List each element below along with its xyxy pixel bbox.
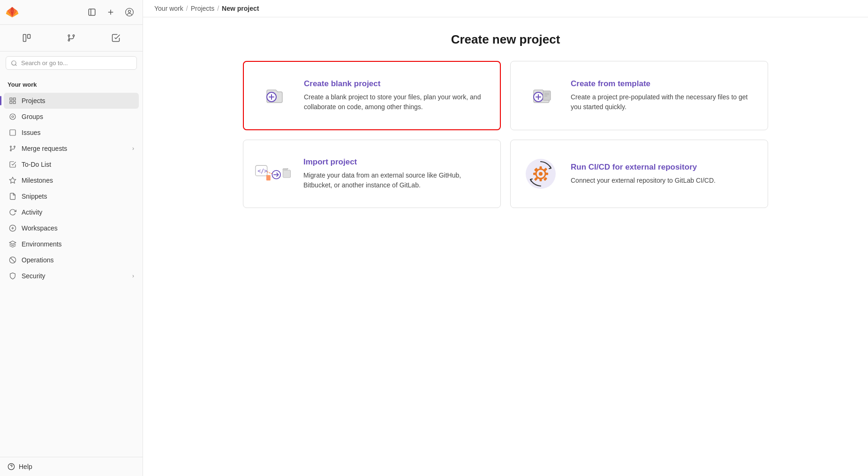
svg-rect-7	[28, 35, 30, 38]
svg-rect-19	[10, 130, 15, 135]
svg-line-46	[267, 172, 272, 174]
sidebar-item-label: Merge requests	[22, 145, 67, 152]
svg-point-30	[8, 463, 14, 469]
sidebar-item-activity[interactable]: Activity	[4, 204, 139, 220]
avatar-button[interactable]	[122, 5, 137, 20]
todo-nav-icon	[8, 160, 17, 169]
sidebar-item-label: Groups	[22, 113, 43, 120]
page-title: Create new project	[243, 32, 768, 47]
sidebar-item-label: Security	[22, 272, 45, 280]
svg-rect-15	[10, 101, 12, 104]
svg-rect-52	[540, 178, 542, 181]
sidebar-item-label: Snippets	[22, 193, 47, 200]
svg-rect-51	[540, 166, 542, 170]
template-title: Create from template	[571, 79, 753, 89]
toggle-sidebar-button[interactable]	[84, 5, 99, 20]
sidebar-item-label: Milestones	[22, 177, 53, 184]
blank-project-title: Create blank project	[304, 79, 485, 89]
svg-rect-47	[266, 175, 271, 181]
svg-point-18	[12, 116, 14, 118]
sidebar-item-todo-list[interactable]: To-Do List	[4, 156, 139, 172]
template-icon	[522, 77, 559, 114]
breadcrumb-your-work[interactable]: Your work	[154, 5, 183, 12]
svg-text:</>: </>	[257, 168, 267, 174]
svg-rect-53	[533, 173, 536, 175]
sidebar-item-workspaces[interactable]: Workspaces	[4, 220, 139, 236]
project-type-cards: Create blank project Create a blank proj…	[243, 61, 768, 208]
cicd-body: Run CI/CD for external repository Connec…	[571, 163, 753, 186]
breadcrumb-sep-1: /	[186, 5, 188, 12]
svg-line-12	[15, 64, 17, 66]
activity-icon	[8, 208, 17, 216]
gitlab-logo[interactable]	[6, 6, 19, 19]
import-icon: </>	[255, 155, 292, 193]
projects-icon	[8, 97, 17, 105]
svg-point-9	[73, 35, 74, 36]
sidebar-nav: Projects Groups Issues Merge requests ›	[0, 91, 143, 286]
main-content: Your work / Projects / New project Creat…	[143, 0, 868, 476]
security-icon	[8, 272, 17, 280]
sidebar-item-label: Operations	[22, 256, 53, 264]
issues-icon	[8, 128, 17, 137]
search-bar[interactable]: Search or go to...	[6, 56, 137, 70]
import-project-card[interactable]: </> Import project Mi	[243, 140, 501, 208]
environments-icon	[8, 240, 17, 248]
create-from-template-card[interactable]: Create from template Create a project pr…	[510, 61, 768, 130]
boards-icon-button[interactable]	[6, 30, 48, 46]
svg-point-17	[10, 114, 15, 119]
sidebar-item-projects[interactable]: Projects	[4, 93, 139, 109]
sidebar-item-operations[interactable]: Operations	[4, 252, 139, 268]
create-blank-project-card[interactable]: Create blank project Create a blank proj…	[243, 61, 501, 130]
svg-rect-16	[13, 101, 15, 104]
sidebar-section-label: Your work	[0, 74, 143, 91]
blank-project-desc: Create a blank project to store your fil…	[304, 92, 485, 112]
sidebar-item-security[interactable]: Security ›	[4, 268, 139, 284]
import-title: Import project	[303, 157, 485, 167]
workspaces-icon	[8, 224, 17, 232]
cicd-icon	[522, 155, 559, 193]
groups-icon	[8, 112, 17, 121]
blank-project-body: Create blank project Create a blank proj…	[304, 79, 485, 112]
template-desc: Create a project pre-populated with the …	[571, 92, 753, 112]
merge-requests-icon-button[interactable]	[50, 30, 93, 46]
svg-rect-54	[545, 173, 548, 175]
sidebar-item-merge-requests[interactable]: Merge requests ›	[4, 141, 139, 156]
snippets-icon	[8, 192, 17, 201]
sidebar-header	[0, 0, 143, 25]
sidebar-item-environments[interactable]: Environments	[4, 236, 139, 252]
sidebar-item-label: Projects	[22, 97, 45, 104]
sidebar-item-snippets[interactable]: Snippets	[4, 188, 139, 204]
content-area: Create new project Create blank	[224, 17, 787, 223]
merge-requests-nav-icon	[8, 144, 17, 153]
svg-rect-0	[89, 9, 95, 15]
sidebar-item-milestones[interactable]: Milestones	[4, 172, 139, 188]
sidebar-item-label: Environments	[22, 240, 62, 248]
sidebar-item-label: Workspaces	[22, 224, 58, 232]
breadcrumb: Your work / Projects / New project	[143, 0, 868, 17]
sidebar-item-label: Issues	[22, 129, 40, 136]
help-label: Help	[19, 463, 32, 470]
sidebar-action-icons	[0, 25, 143, 52]
search-placeholder: Search or go to...	[21, 60, 68, 67]
svg-rect-38	[543, 91, 551, 100]
sidebar-item-label: To-Do List	[22, 161, 51, 168]
svg-rect-13	[10, 98, 12, 100]
milestones-icon	[8, 176, 17, 185]
help-button[interactable]: Help	[0, 457, 143, 476]
todo-icon-button[interactable]	[94, 30, 137, 46]
svg-rect-6	[23, 35, 26, 42]
svg-line-29	[10, 258, 15, 262]
svg-point-8	[68, 35, 69, 36]
cicd-card[interactable]: Run CI/CD for external repository Connec…	[510, 140, 768, 208]
operations-icon	[8, 256, 17, 264]
sidebar-item-groups[interactable]: Groups	[4, 109, 139, 125]
breadcrumb-sep-2: /	[217, 5, 219, 12]
breadcrumb-projects[interactable]: Projects	[191, 5, 215, 12]
svg-point-22	[10, 150, 12, 151]
svg-marker-23	[9, 177, 15, 183]
svg-point-10	[68, 39, 69, 41]
import-body: Import project Migrate your data from an…	[303, 157, 485, 190]
chevron-right-icon: ›	[132, 145, 134, 152]
new-item-button[interactable]	[103, 5, 118, 20]
sidebar-item-issues[interactable]: Issues	[4, 125, 139, 141]
